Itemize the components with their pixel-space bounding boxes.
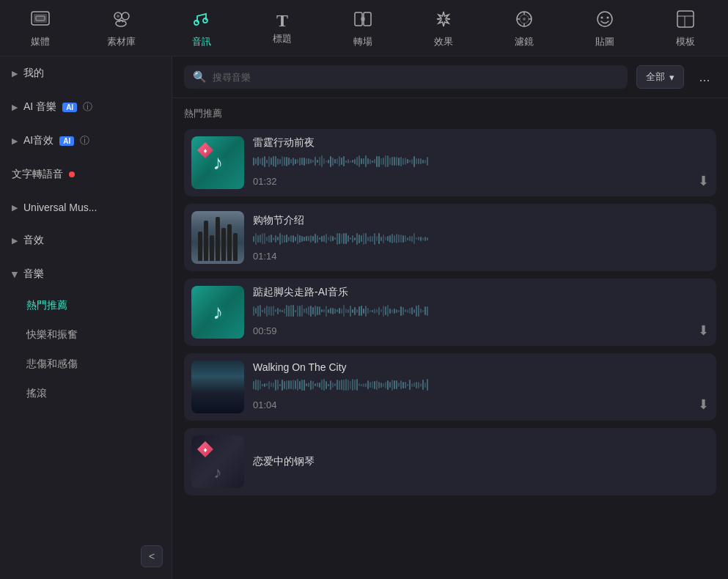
sidebar-sublabel-rock: 搖滾	[26, 387, 47, 399]
filter-label: 全部	[646, 70, 665, 84]
music-meta-3: 00:59 ⬇	[253, 322, 709, 339]
music-meta-4: 01:04 ⬇	[253, 397, 709, 413]
nav-label-media: 媒體	[31, 35, 50, 48]
download-button-4[interactable]: ⬇	[698, 397, 709, 413]
sidebar-item-music[interactable]: ▶ 音樂	[0, 257, 172, 291]
sidebar-sublabel-happy: 快樂和振奮	[26, 328, 78, 340]
music-title-3: 踮起脚尖走路-AI音乐	[253, 286, 709, 299]
sticker-icon	[595, 9, 615, 32]
music-duration-4: 01:04	[253, 399, 277, 410]
music-duration-3: 00:59	[253, 325, 277, 336]
svg-point-8	[203, 18, 207, 23]
track-thumbnail-3	[191, 286, 244, 339]
svg-point-20	[601, 17, 603, 19]
nav-label-filter: 濾鏡	[515, 35, 534, 48]
nav-item-sticker[interactable]: 貼圖	[565, 6, 645, 51]
nav-item-audio[interactable]: 音訊	[161, 6, 242, 51]
sidebar-item-sfx[interactable]: ▶ 音效	[0, 224, 172, 257]
nav-item-materials[interactable]: 素材庫	[81, 6, 161, 51]
music-info-3: 踮起脚尖走路-AI音乐 00:59 ⬇	[253, 286, 709, 339]
music-title-4: Walking On The City	[253, 361, 709, 373]
info-icon-2[interactable]: ⓘ	[80, 134, 89, 147]
diamond-badge-1	[197, 142, 213, 158]
nav-label-title: 標題	[273, 32, 292, 45]
diamond-badge-5	[197, 441, 213, 457]
main-area: ▶ 我的 ▶ AI 音樂 AI ⓘ ▶ AI音效 AI ⓘ 文字轉語音 ▶ Un…	[0, 56, 728, 579]
sidebar-subitem-rock[interactable]: 搖滾	[0, 379, 172, 408]
sidebar-sublabel-sad: 悲傷和感傷	[26, 358, 78, 369]
sidebar-label-ai-music: AI 音樂	[23, 100, 56, 114]
nav-item-effect[interactable]: 效果	[403, 6, 484, 51]
sidebar-label-my: 我的	[23, 67, 44, 80]
music-meta-2: 01:14	[253, 251, 709, 262]
waveform-2	[253, 232, 709, 246]
music-card-4[interactable]: Walking On The City 01:04 ⬇	[184, 353, 716, 421]
nav-label-transition: 轉場	[353, 35, 372, 48]
chevron-right-icon: ▶	[12, 103, 18, 112]
svg-point-4	[117, 15, 120, 18]
sidebar-item-tts[interactable]: 文字轉語音	[0, 158, 172, 191]
nav-label-effect: 效果	[434, 35, 453, 48]
sidebar: ▶ 我的 ▶ AI 音樂 AI ⓘ ▶ AI音效 AI ⓘ 文字轉語音 ▶ Un…	[0, 56, 172, 579]
download-button-3[interactable]: ⬇	[698, 322, 709, 339]
chevron-right-icon: ▶	[12, 136, 18, 146]
search-input[interactable]	[213, 72, 619, 83]
sidebar-item-my[interactable]: ▶ 我的	[0, 56, 172, 90]
music-title-1: 雷霆行动前夜	[253, 136, 709, 150]
sidebar-item-ai-music[interactable]: ▶ AI 音樂 AI ⓘ	[0, 90, 172, 124]
music-card-3[interactable]: 踮起脚尖走路-AI音乐 00:59 ⬇	[184, 279, 716, 346]
music-info-4: Walking On The City 01:04 ⬇	[253, 361, 709, 413]
svg-point-21	[607, 17, 609, 19]
nav-item-title[interactable]: T 標題	[242, 9, 323, 48]
waveform-3	[253, 303, 709, 318]
sidebar-subitem-sad[interactable]: 悲傷和感傷	[0, 350, 172, 379]
svg-point-11	[361, 17, 365, 21]
sidebar-item-universal[interactable]: ▶ Universal Mus...	[0, 191, 172, 224]
music-title-2: 购物节介绍	[253, 214, 709, 227]
search-input-wrap[interactable]: 🔍	[184, 65, 628, 89]
filter-button[interactable]: 全部 ▾	[636, 65, 684, 89]
chevron-down-icon: ▾	[669, 72, 674, 83]
waveform-4	[253, 377, 709, 392]
sidebar-subitem-happy[interactable]: 快樂和振奮	[0, 320, 172, 350]
nav-item-filter[interactable]: 濾鏡	[484, 6, 565, 51]
music-duration-2: 01:14	[253, 251, 277, 262]
section-title-hot: 熱門推薦	[184, 107, 716, 120]
nav-label-materials: 素材庫	[107, 35, 136, 48]
nav-item-template[interactable]: 模板	[645, 6, 726, 51]
nav-item-media[interactable]: 媒體	[0, 6, 81, 51]
svg-point-7	[194, 21, 199, 25]
materials-icon	[111, 9, 131, 32]
content-area: 🔍 全部 ▾ ... 熱門推薦 雷霆行动前夜	[172, 56, 728, 579]
svg-point-5	[122, 12, 129, 20]
nav-label-template: 模板	[676, 35, 695, 48]
sidebar-sublabel-hot: 熱門推薦	[26, 299, 67, 311]
sidebar-label-ai-sfx: AI音效	[23, 134, 54, 147]
music-card-2[interactable]: 购物节介绍 01:14	[184, 204, 716, 271]
music-card-5[interactable]: ♪ 恋爱中的钢琴	[184, 428, 716, 495]
track-thumbnail-2	[191, 211, 244, 264]
collapse-sidebar-button[interactable]: <	[141, 545, 163, 567]
chevron-right-icon: ▶	[12, 236, 18, 246]
sidebar-subitem-hot[interactable]: 熱門推薦	[0, 291, 172, 320]
download-button-1[interactable]: ⬇	[698, 173, 709, 189]
search-bar: 🔍 全部 ▾ ...	[172, 56, 728, 98]
top-navigation: 媒體 素材庫 音訊 T 標題	[0, 0, 728, 56]
music-info-5: 恋爱中的钢琴	[253, 455, 709, 468]
info-icon[interactable]: ⓘ	[83, 100, 92, 114]
template-icon	[675, 9, 696, 32]
nav-item-transition[interactable]: 轉場	[323, 6, 403, 51]
audio-icon	[191, 9, 212, 32]
music-duration-1: 01:32	[253, 176, 277, 187]
search-icon: 🔍	[193, 70, 207, 84]
nav-label-sticker: 貼圖	[595, 35, 614, 48]
effect-icon	[433, 9, 454, 32]
sidebar-label-universal: Universal Mus...	[23, 202, 97, 213]
sidebar-item-ai-sfx[interactable]: ▶ AI音效 AI ⓘ	[0, 124, 172, 158]
more-icon: ...	[699, 70, 710, 85]
track-thumbnail-4	[191, 361, 244, 413]
more-options-button[interactable]: ...	[693, 65, 716, 89]
music-card-1[interactable]: 雷霆行动前夜 01:32 ⬇	[184, 129, 716, 196]
music-info-2: 购物节介绍 01:14	[253, 214, 709, 262]
svg-rect-22	[677, 11, 694, 27]
